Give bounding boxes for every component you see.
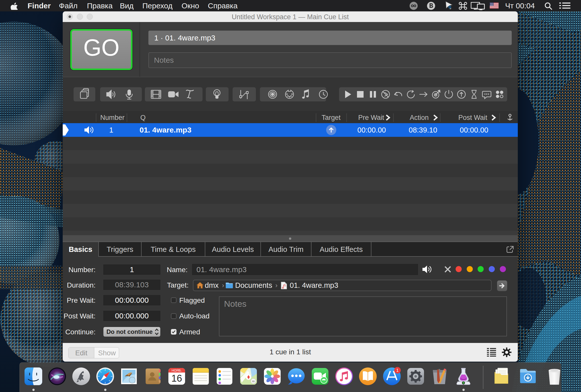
svg-text:НОЯБ.: НОЯБ. bbox=[172, 368, 182, 372]
svg-text:3D: 3D bbox=[252, 380, 255, 383]
svg-text:16: 16 bbox=[171, 373, 182, 384]
svg-text:1: 1 bbox=[396, 368, 398, 373]
